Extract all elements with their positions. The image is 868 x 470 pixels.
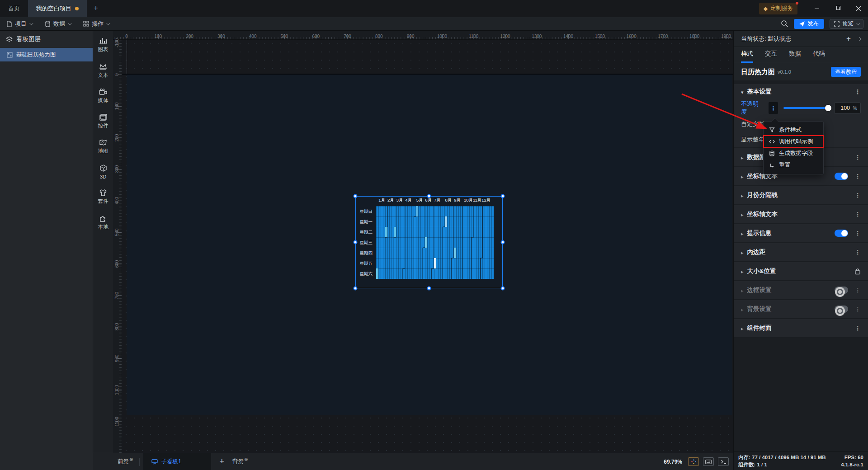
menu-item-label: 重置 <box>779 161 790 169</box>
layer-item-calendar-heatmap[interactable]: 基础日历热力图 <box>0 48 93 61</box>
widget-kit[interactable]: 套件 <box>98 189 108 205</box>
close-button[interactable] <box>849 0 868 17</box>
layers-panel-title: 看板图层 <box>16 35 41 43</box>
tab-code[interactable]: 代码 <box>813 50 825 63</box>
chevron-right-icon[interactable] <box>858 37 861 40</box>
menu-item-conditional-style[interactable]: 条件样式 <box>764 124 823 136</box>
shortcut-keyboard-button[interactable] <box>703 457 714 466</box>
fit-screen-button[interactable] <box>688 457 699 466</box>
puzzle-icon <box>99 215 107 222</box>
resize-handle-ne[interactable] <box>501 194 505 198</box>
settings-section-4[interactable]: 提示信息 <box>734 224 868 242</box>
panel-status-bar: 内存: 77 / 4017 / 4096 MB 14 / 91 MB FPS: … <box>734 451 868 470</box>
add-circle-icon[interactable] <box>244 457 248 462</box>
kebab-menu-icon[interactable] <box>854 287 861 293</box>
settings-section-3[interactable]: 坐标轴文本 <box>734 205 868 223</box>
ruler-label: 1500 <box>595 34 605 39</box>
menu-item-code-example[interactable]: 调用代码示例 <box>764 136 823 147</box>
ruler-label: 0 <box>114 67 120 82</box>
restore-button[interactable] <box>828 0 847 17</box>
view-tutorial-button[interactable]: 查看教程 <box>831 67 861 77</box>
settings-section-7[interactable]: 边框设置 <box>734 281 868 299</box>
kebab-menu-icon[interactable] <box>854 89 861 95</box>
database-icon <box>769 150 775 156</box>
minimize-button[interactable] <box>807 0 826 17</box>
widget-map[interactable]: 地图 <box>98 139 108 155</box>
settings-section-9[interactable]: 组件封面 <box>734 319 868 337</box>
kebab-menu-icon[interactable] <box>854 249 861 255</box>
resize-handle-e[interactable] <box>501 240 505 244</box>
settings-section-8[interactable]: 背景设置 <box>734 300 868 318</box>
settings-section-2[interactable]: 月份分隔线 <box>734 186 868 204</box>
resize-handle-sw[interactable] <box>354 287 358 291</box>
add-board-button[interactable]: + <box>219 457 224 466</box>
resize-handle-nw[interactable] <box>354 194 358 198</box>
opacity-slider[interactable] <box>783 107 830 109</box>
tab-home[interactable]: 首页 <box>0 0 28 17</box>
kebab-menu-icon[interactable] <box>854 306 861 312</box>
add-state-button[interactable]: + <box>846 34 851 43</box>
kebab-menu-icon[interactable] <box>854 154 861 160</box>
preview-button[interactable]: 预览 <box>830 19 863 29</box>
toggle-switch[interactable] <box>835 230 848 237</box>
calendar-heatmap[interactable]: 1月2月3月4月5月6月7月8月9月10月11月12月 星期日星期一星期二星期三… <box>355 196 503 288</box>
kebab-menu-icon[interactable] <box>854 230 861 236</box>
publish-button[interactable]: 发布 <box>794 19 824 29</box>
chevron-right-icon <box>741 173 744 180</box>
canvas-viewport[interactable]: 1月2月3月4月5月6月7月8月9月10月11月12月 星期日星期一星期二星期三… <box>122 40 733 453</box>
toggle-switch[interactable] <box>835 287 848 294</box>
add-circle-icon[interactable] <box>129 457 133 462</box>
lock-icon[interactable] <box>854 268 861 275</box>
unsaved-dot-icon <box>75 7 79 10</box>
opacity-unit: % <box>853 105 857 111</box>
ruler-label: 700 <box>114 288 120 303</box>
widget-media[interactable]: 媒体 <box>98 89 108 104</box>
resize-handle-w[interactable] <box>354 240 358 244</box>
toggle-switch[interactable] <box>835 173 848 180</box>
chevron-right-icon <box>741 325 744 332</box>
resize-handle-se[interactable] <box>501 287 505 291</box>
widget-strip: 图表 文本 媒体 控件 地图 3D 套件 本地 <box>93 31 113 453</box>
menu-project[interactable]: 项目 <box>0 17 38 30</box>
chevron-right-icon <box>741 192 744 199</box>
widget-controls[interactable]: 控件 <box>98 114 108 129</box>
menu-item-reset[interactable]: 重置 <box>764 159 823 171</box>
background-tab[interactable]: 背景 <box>232 458 244 465</box>
kebab-menu-icon[interactable] <box>854 192 861 198</box>
opacity-kebab-button[interactable] <box>769 102 778 114</box>
opacity-input[interactable]: 100 % <box>834 102 861 114</box>
kebab-menu-icon[interactable] <box>854 211 861 217</box>
ruler-label: 1300 <box>532 34 542 39</box>
section-label: 坐标轴文本 <box>747 210 778 218</box>
section-label: 内边距 <box>747 248 766 256</box>
foreground-tab[interactable]: 前景 <box>118 458 129 465</box>
tab-interaction[interactable]: 交互 <box>765 50 777 63</box>
kebab-menu-icon[interactable] <box>854 173 861 179</box>
widget-3d[interactable]: 3D <box>99 164 107 179</box>
subboard-tab-active[interactable]: 子看板1 <box>143 453 211 470</box>
toggle-switch[interactable] <box>835 306 848 313</box>
settings-section-5[interactable]: 内边距 <box>734 243 868 261</box>
widget-text[interactable]: 文本 <box>98 63 108 79</box>
new-tab-button[interactable]: + <box>87 0 105 17</box>
divider <box>139 458 140 466</box>
tab-style[interactable]: 样式 <box>741 50 753 63</box>
settings-section-6[interactable]: 大小&位置 <box>734 262 868 280</box>
custom-service-badge[interactable]: 定制服务 <box>759 3 797 14</box>
search-icon[interactable] <box>781 20 788 28</box>
widget-charts[interactable]: 图表 <box>98 37 108 53</box>
kebab-menu-icon[interactable] <box>854 325 861 331</box>
reset-icon <box>769 162 775 168</box>
menu-item-generate-fields[interactable]: 生成数据字段 <box>764 147 823 159</box>
menu-actions[interactable]: 操作 <box>77 17 115 30</box>
resize-handle-n[interactable] <box>427 194 431 198</box>
tab-data[interactable]: 数据 <box>789 50 801 63</box>
console-button[interactable] <box>718 457 729 466</box>
menu-data[interactable]: 数据 <box>38 17 77 30</box>
ruler-label: 800 <box>114 319 120 334</box>
basic-settings-header[interactable]: 基本设置 <box>734 84 868 99</box>
widget-local[interactable]: 本地 <box>98 215 108 230</box>
resize-handle-s[interactable] <box>427 287 431 291</box>
tab-project[interactable]: 我的空白项目 <box>28 0 87 17</box>
slider-thumb[interactable] <box>825 105 831 111</box>
